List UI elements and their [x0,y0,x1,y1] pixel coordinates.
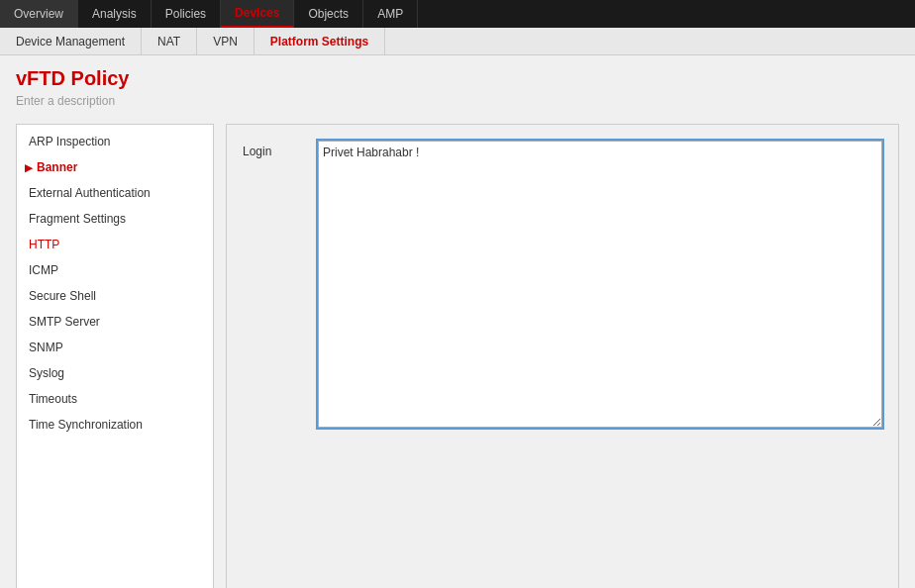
main-layout: ARP Inspection ▶ Banner External Authent… [16,124,899,588]
sidebar-item-external-authentication[interactable]: External Authentication [17,180,213,206]
sidebar-item-smtp-server[interactable]: SMTP Server [17,309,213,335]
banner-section: Login [243,141,882,428]
nav-analysis[interactable]: Analysis [78,0,152,28]
nav-amp[interactable]: AMP [363,0,418,28]
content-panel: Login [226,124,899,588]
nav-policies[interactable]: Policies [152,0,221,28]
nav-overview[interactable]: Overview [0,0,78,28]
nav-vpn[interactable]: VPN [197,28,254,54]
nav-device-management[interactable]: Device Management [0,28,142,54]
banner-textarea[interactable] [318,141,882,428]
sidebar: ARP Inspection ▶ Banner External Authent… [16,124,214,588]
nav-platform-settings[interactable]: Platform Settings [254,28,385,54]
page-title: vFTD Policy [16,67,899,90]
sidebar-item-banner-label: Banner [37,160,77,174]
sidebar-item-http[interactable]: HTTP [17,232,213,257]
sidebar-item-banner[interactable]: ▶ Banner [17,154,213,180]
nav-devices[interactable]: Devices [221,0,294,28]
sidebar-item-http-label: HTTP [29,238,59,251]
nav-objects[interactable]: Objects [294,0,363,28]
nav-nat[interactable]: NAT [142,28,197,54]
sidebar-item-secure-shell[interactable]: Secure Shell [17,283,213,309]
page-content: vFTD Policy Enter a description ARP Insp… [0,55,915,588]
sidebar-item-syslog[interactable]: Syslog [17,360,213,386]
sidebar-item-time-synchronization[interactable]: Time Synchronization [17,412,213,438]
sidebar-item-arp-inspection[interactable]: ARP Inspection [17,129,213,154]
sidebar-item-timeouts[interactable]: Timeouts [17,386,213,412]
arrow-icon: ▶ [25,162,33,173]
second-nav: Device Management NAT VPN Platform Setti… [0,28,915,55]
sidebar-item-icmp[interactable]: ICMP [17,257,213,283]
sidebar-item-snmp[interactable]: SNMP [17,335,213,360]
page-description: Enter a description [16,94,899,108]
login-label: Login [243,141,302,428]
top-nav: Overview Analysis Policies Devices Objec… [0,0,915,28]
sidebar-item-fragment-settings[interactable]: Fragment Settings [17,206,213,232]
